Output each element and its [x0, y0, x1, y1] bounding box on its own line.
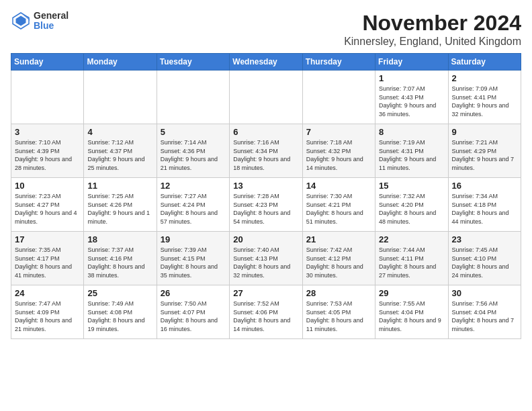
calendar-cell: 6Sunrise: 7:16 AM Sunset: 4:34 PM Daylig… [230, 124, 302, 178]
calendar-cell: 9Sunrise: 7:21 AM Sunset: 4:29 PM Daylig… [448, 124, 521, 178]
calendar-cell [230, 71, 302, 124]
day-info: Sunrise: 7:07 AM Sunset: 4:43 PM Dayligh… [379, 85, 444, 118]
calendar-cell [84, 71, 157, 124]
day-number: 18 [87, 234, 152, 244]
day-info: Sunrise: 7:40 AM Sunset: 4:13 PM Dayligh… [233, 246, 298, 279]
calendar-body: 1Sunrise: 7:07 AM Sunset: 4:43 PM Daylig… [11, 71, 521, 339]
day-info: Sunrise: 7:32 AM Sunset: 4:20 PM Dayligh… [379, 192, 444, 226]
day-number: 3 [15, 127, 80, 137]
calendar-cell: 10Sunrise: 7:23 AM Sunset: 4:27 PM Dayli… [11, 178, 84, 232]
day-number: 12 [161, 181, 226, 191]
calendar-cell [11, 71, 84, 124]
day-number: 22 [379, 234, 444, 244]
calendar-cell: 18Sunrise: 7:37 AM Sunset: 4:16 PM Dayli… [84, 232, 157, 285]
day-info: Sunrise: 7:50 AM Sunset: 4:07 PM Dayligh… [161, 300, 226, 333]
calendar-cell [302, 71, 375, 124]
day-info: Sunrise: 7:21 AM Sunset: 4:29 PM Dayligh… [452, 138, 517, 172]
day-info: Sunrise: 7:44 AM Sunset: 4:11 PM Dayligh… [379, 246, 444, 279]
day-info: Sunrise: 7:23 AM Sunset: 4:27 PM Dayligh… [15, 192, 80, 226]
day-number: 7 [306, 127, 371, 137]
day-info: Sunrise: 7:52 AM Sunset: 4:06 PM Dayligh… [233, 300, 298, 333]
day-number: 23 [452, 234, 517, 244]
day-info: Sunrise: 7:19 AM Sunset: 4:31 PM Dayligh… [379, 138, 444, 172]
calendar-cell: 24Sunrise: 7:47 AM Sunset: 4:09 PM Dayli… [11, 285, 84, 339]
day-number: 6 [233, 127, 298, 137]
day-number: 5 [161, 127, 226, 137]
day-number: 13 [233, 181, 298, 191]
calendar-cell: 25Sunrise: 7:49 AM Sunset: 4:08 PM Dayli… [84, 285, 157, 339]
calendar-week-1: 1Sunrise: 7:07 AM Sunset: 4:43 PM Daylig… [11, 71, 521, 124]
day-number: 17 [15, 234, 80, 244]
day-info: Sunrise: 7:14 AM Sunset: 4:36 PM Dayligh… [161, 138, 226, 172]
day-number: 21 [306, 234, 371, 244]
calendar-week-4: 17Sunrise: 7:35 AM Sunset: 4:17 PM Dayli… [11, 232, 521, 285]
day-info: Sunrise: 7:34 AM Sunset: 4:18 PM Dayligh… [452, 192, 517, 226]
calendar-cell: 15Sunrise: 7:32 AM Sunset: 4:20 PM Dayli… [375, 178, 448, 232]
title-area: November 2024 Kinnersley, England, Unite… [344, 11, 521, 48]
day-number: 16 [452, 181, 517, 191]
header-monday: Monday [84, 54, 157, 71]
calendar-cell: 19Sunrise: 7:39 AM Sunset: 4:15 PM Dayli… [157, 232, 229, 285]
day-number: 9 [452, 127, 517, 137]
calendar-table: Sunday Monday Tuesday Wednesday Thursday… [11, 53, 521, 339]
calendar-cell: 23Sunrise: 7:45 AM Sunset: 4:10 PM Dayli… [448, 232, 521, 285]
header-thursday: Thursday [302, 54, 375, 71]
day-info: Sunrise: 7:37 AM Sunset: 4:16 PM Dayligh… [87, 246, 152, 279]
day-number: 15 [379, 181, 444, 191]
calendar-cell: 22Sunrise: 7:44 AM Sunset: 4:11 PM Dayli… [375, 232, 448, 285]
day-info: Sunrise: 7:47 AM Sunset: 4:09 PM Dayligh… [15, 300, 80, 333]
header-sunday: Sunday [11, 54, 84, 71]
day-info: Sunrise: 7:30 AM Sunset: 4:21 PM Dayligh… [306, 192, 371, 226]
day-info: Sunrise: 7:39 AM Sunset: 4:15 PM Dayligh… [161, 246, 226, 279]
calendar-cell: 21Sunrise: 7:42 AM Sunset: 4:12 PM Dayli… [302, 232, 375, 285]
calendar-cell: 27Sunrise: 7:52 AM Sunset: 4:06 PM Dayli… [230, 285, 302, 339]
calendar-cell: 8Sunrise: 7:19 AM Sunset: 4:31 PM Daylig… [375, 124, 448, 178]
day-info: Sunrise: 7:49 AM Sunset: 4:08 PM Dayligh… [87, 300, 152, 333]
calendar-cell: 14Sunrise: 7:30 AM Sunset: 4:21 PM Dayli… [302, 178, 375, 232]
day-info: Sunrise: 7:53 AM Sunset: 4:05 PM Dayligh… [306, 300, 371, 333]
day-number: 1 [379, 73, 444, 83]
day-number: 11 [87, 181, 152, 191]
calendar-week-2: 3Sunrise: 7:10 AM Sunset: 4:39 PM Daylig… [11, 124, 521, 178]
day-number: 14 [306, 181, 371, 191]
day-number: 10 [15, 181, 80, 191]
calendar-cell: 30Sunrise: 7:56 AM Sunset: 4:04 PM Dayli… [448, 285, 521, 339]
calendar-cell: 11Sunrise: 7:25 AM Sunset: 4:26 PM Dayli… [84, 178, 157, 232]
logo-blue-text: Blue [34, 21, 69, 31]
day-info: Sunrise: 7:45 AM Sunset: 4:10 PM Dayligh… [452, 246, 517, 279]
day-number: 26 [161, 288, 226, 298]
calendar-cell [157, 71, 229, 124]
calendar-header: Sunday Monday Tuesday Wednesday Thursday… [11, 54, 521, 71]
day-number: 20 [233, 234, 298, 244]
day-info: Sunrise: 7:28 AM Sunset: 4:23 PM Dayligh… [233, 192, 298, 226]
calendar-cell: 17Sunrise: 7:35 AM Sunset: 4:17 PM Dayli… [11, 232, 84, 285]
calendar-cell: 28Sunrise: 7:53 AM Sunset: 4:05 PM Dayli… [302, 285, 375, 339]
day-number: 29 [379, 288, 444, 298]
month-title: November 2024 [344, 11, 521, 36]
calendar-cell: 2Sunrise: 7:09 AM Sunset: 4:41 PM Daylig… [448, 71, 521, 124]
day-info: Sunrise: 7:35 AM Sunset: 4:17 PM Dayligh… [15, 246, 80, 279]
calendar-cell: 12Sunrise: 7:27 AM Sunset: 4:24 PM Dayli… [157, 178, 229, 232]
calendar-cell: 26Sunrise: 7:50 AM Sunset: 4:07 PM Dayli… [157, 285, 229, 339]
day-number: 30 [452, 288, 517, 298]
calendar-week-5: 24Sunrise: 7:47 AM Sunset: 4:09 PM Dayli… [11, 285, 521, 339]
calendar-cell: 3Sunrise: 7:10 AM Sunset: 4:39 PM Daylig… [11, 124, 84, 178]
day-number: 8 [379, 127, 444, 137]
calendar-cell: 16Sunrise: 7:34 AM Sunset: 4:18 PM Dayli… [448, 178, 521, 232]
day-info: Sunrise: 7:10 AM Sunset: 4:39 PM Dayligh… [15, 138, 80, 172]
day-info: Sunrise: 7:42 AM Sunset: 4:12 PM Dayligh… [306, 246, 371, 279]
logo-general-text: General [34, 11, 69, 21]
header-row: Sunday Monday Tuesday Wednesday Thursday… [11, 54, 521, 71]
day-info: Sunrise: 7:25 AM Sunset: 4:26 PM Dayligh… [87, 192, 152, 226]
day-number: 25 [87, 288, 152, 298]
day-number: 24 [15, 288, 80, 298]
day-number: 19 [161, 234, 226, 244]
day-info: Sunrise: 7:55 AM Sunset: 4:04 PM Dayligh… [379, 300, 444, 333]
calendar-cell: 4Sunrise: 7:12 AM Sunset: 4:37 PM Daylig… [84, 124, 157, 178]
logo: General Blue [11, 11, 69, 32]
day-info: Sunrise: 7:09 AM Sunset: 4:41 PM Dayligh… [452, 85, 517, 118]
header-tuesday: Tuesday [157, 54, 229, 71]
calendar-cell: 13Sunrise: 7:28 AM Sunset: 4:23 PM Dayli… [230, 178, 302, 232]
calendar-cell: 29Sunrise: 7:55 AM Sunset: 4:04 PM Dayli… [375, 285, 448, 339]
calendar-cell: 1Sunrise: 7:07 AM Sunset: 4:43 PM Daylig… [375, 71, 448, 124]
